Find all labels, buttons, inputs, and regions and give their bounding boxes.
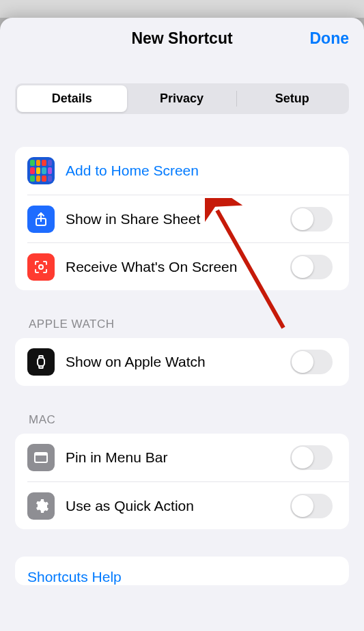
card-mac: Pin in Menu Bar Use as Quick Action xyxy=(15,434,349,529)
toggle-receive-screen[interactable] xyxy=(290,255,333,279)
card-apple-watch: Show on Apple Watch xyxy=(15,338,349,386)
row-label: Pin in Menu Bar xyxy=(66,449,290,466)
background-dimmer xyxy=(0,0,364,18)
page-title: New Shortcut xyxy=(131,29,232,48)
tab-setup[interactable]: Setup xyxy=(237,85,347,112)
screen-capture-icon xyxy=(27,253,55,281)
row-label: Show in Share Sheet xyxy=(66,211,290,227)
sheet-content: Details Privacy Setup Add to Home Screen xyxy=(0,83,364,585)
card-help: Shortcuts Help xyxy=(15,557,349,585)
row-label: Use as Quick Action xyxy=(66,498,290,514)
card-main: Add to Home Screen Show in Share Sheet xyxy=(15,147,349,290)
toggle-share-sheet[interactable] xyxy=(290,207,333,232)
apple-watch-icon xyxy=(27,348,55,376)
toggle-pin-menu-bar[interactable] xyxy=(290,445,333,470)
row-show-on-apple-watch[interactable]: Show on Apple Watch xyxy=(15,338,349,386)
svg-point-1 xyxy=(39,265,43,269)
svg-rect-4 xyxy=(35,453,47,455)
row-label: Receive What's On Screen xyxy=(66,259,290,275)
row-label: Show on Apple Watch xyxy=(66,354,290,370)
nav-bar: New Shortcut Done xyxy=(0,18,364,59)
row-add-to-home-screen[interactable]: Add to Home Screen xyxy=(15,147,349,195)
tab-details[interactable]: Details xyxy=(17,85,127,112)
settings-sheet: New Shortcut Done Details Privacy Setup … xyxy=(0,18,364,631)
share-icon xyxy=(27,206,55,233)
menu-bar-icon xyxy=(27,444,55,471)
section-header-apple-watch: APPLE WATCH xyxy=(15,318,349,331)
row-use-as-quick-action[interactable]: Use as Quick Action xyxy=(27,481,349,529)
group-main: Add to Home Screen Show in Share Sheet xyxy=(15,147,349,290)
tab-privacy[interactable]: Privacy xyxy=(127,85,237,112)
row-receive-whats-on-screen[interactable]: Receive What's On Screen xyxy=(27,242,349,290)
home-screen-icon xyxy=(27,157,55,184)
toggle-quick-action[interactable] xyxy=(290,494,333,518)
svg-rect-2 xyxy=(38,358,44,366)
gear-icon xyxy=(27,492,55,520)
row-pin-in-menu-bar[interactable]: Pin in Menu Bar xyxy=(15,434,349,481)
done-button[interactable]: Done xyxy=(310,29,350,48)
shortcuts-help-link[interactable]: Shortcuts Help xyxy=(27,569,337,585)
segmented-control: Details Privacy Setup xyxy=(15,83,349,114)
row-label: Add to Home Screen xyxy=(66,163,337,179)
row-show-in-share-sheet[interactable]: Show in Share Sheet xyxy=(27,195,349,242)
toggle-apple-watch[interactable] xyxy=(290,350,333,374)
section-header-mac: MAC xyxy=(15,413,349,427)
